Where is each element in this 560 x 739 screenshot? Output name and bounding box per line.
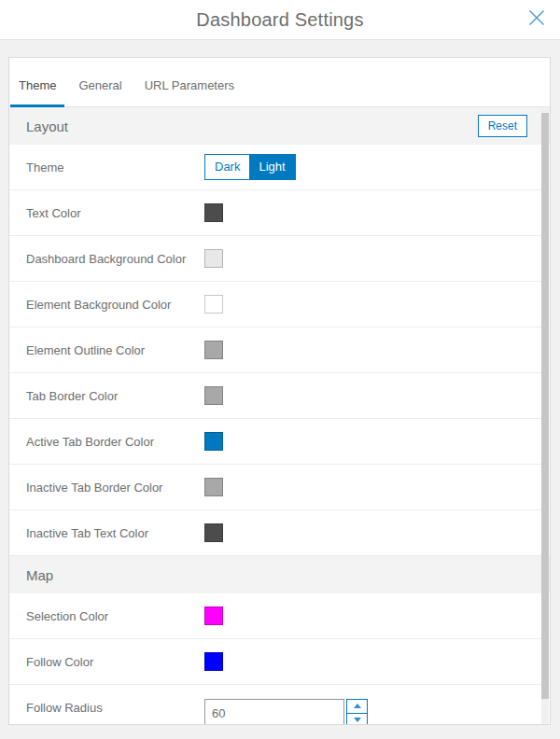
follow-radius-input[interactable] bbox=[204, 699, 344, 725]
reset-button[interactable]: Reset bbox=[478, 115, 527, 137]
inactive-tab-border-color-swatch[interactable] bbox=[204, 478, 223, 496]
row-label-follow-radius: Follow Radius bbox=[26, 701, 204, 715]
tab-general[interactable]: General bbox=[70, 78, 130, 106]
row-label-element-outline-color: Element Outline Color bbox=[26, 343, 204, 357]
row-theme: Theme Dark Light bbox=[9, 145, 550, 190]
row-label-selection-color: Selection Color bbox=[26, 609, 204, 623]
dashboard-background-color-swatch[interactable] bbox=[204, 249, 223, 268]
row-element-outline-color: Element Outline Color bbox=[9, 328, 550, 373]
text-color-swatch[interactable] bbox=[204, 203, 223, 222]
row-label-dashboard-background-color: Dashboard Background Color bbox=[26, 252, 204, 266]
section-header-layout: Layout Reset bbox=[9, 107, 550, 145]
element-outline-color-swatch[interactable] bbox=[204, 341, 223, 359]
row-label-element-background-color: Element Background Color bbox=[26, 298, 204, 312]
row-element-background-color: Element Background Color bbox=[9, 282, 550, 328]
row-inactive-tab-text-color: Inactive Tab Text Color bbox=[9, 510, 550, 556]
row-follow-radius: Follow Radius bbox=[9, 685, 550, 725]
theme-toggle-light[interactable]: Light bbox=[249, 155, 294, 179]
theme-toggle-dark[interactable]: Dark bbox=[205, 155, 249, 179]
follow-radius-control bbox=[204, 699, 368, 725]
settings-dialog: Theme General URL Parameters Layout Rese… bbox=[8, 57, 551, 725]
row-text-color: Text Color bbox=[9, 190, 550, 236]
row-inactive-tab-border-color: Inactive Tab Border Color bbox=[9, 465, 550, 510]
row-label-inactive-tab-text-color: Inactive Tab Text Color bbox=[26, 526, 204, 540]
row-selection-color: Selection Color bbox=[9, 593, 550, 639]
close-icon[interactable] bbox=[525, 7, 548, 29]
app-header: Dashboard Settings bbox=[0, 0, 560, 40]
follow-color-swatch[interactable] bbox=[204, 652, 223, 671]
spinner-up-icon[interactable] bbox=[347, 700, 367, 713]
selection-color-swatch[interactable] bbox=[204, 607, 223, 625]
tab-theme[interactable]: Theme bbox=[10, 78, 64, 106]
row-label-theme: Theme bbox=[26, 160, 204, 174]
tab-url-parameters[interactable]: URL Parameters bbox=[136, 78, 243, 106]
page-title: Dashboard Settings bbox=[0, 0, 560, 39]
section-title-map: Map bbox=[26, 567, 53, 583]
row-follow-color: Follow Color bbox=[9, 639, 550, 685]
scrollbar-track[interactable] bbox=[541, 108, 549, 724]
section-title-layout: Layout bbox=[26, 119, 68, 134]
active-tab-border-color-swatch[interactable] bbox=[204, 432, 223, 451]
row-dashboard-background-color: Dashboard Background Color bbox=[9, 236, 550, 282]
theme-toggle: Dark Light bbox=[204, 154, 296, 180]
follow-radius-spinner bbox=[346, 699, 368, 725]
row-label-text-color: Text Color bbox=[26, 206, 204, 220]
row-label-inactive-tab-border-color: Inactive Tab Border Color bbox=[26, 481, 204, 495]
element-background-color-swatch[interactable] bbox=[204, 295, 223, 314]
row-tab-border-color: Tab Border Color bbox=[9, 373, 550, 419]
scrollbar-thumb[interactable] bbox=[541, 113, 549, 699]
section-header-map: Map bbox=[9, 556, 550, 593]
tab-border-color-swatch[interactable] bbox=[204, 386, 223, 405]
spinner-down-icon[interactable] bbox=[347, 713, 367, 726]
settings-tabbar: Theme General URL Parameters bbox=[9, 58, 550, 107]
row-label-active-tab-border-color: Active Tab Border Color bbox=[26, 435, 204, 449]
row-active-tab-border-color: Active Tab Border Color bbox=[9, 419, 550, 465]
row-label-tab-border-color: Tab Border Color bbox=[26, 389, 204, 403]
row-label-follow-color: Follow Color bbox=[26, 655, 204, 669]
inactive-tab-text-color-swatch[interactable] bbox=[204, 523, 223, 542]
